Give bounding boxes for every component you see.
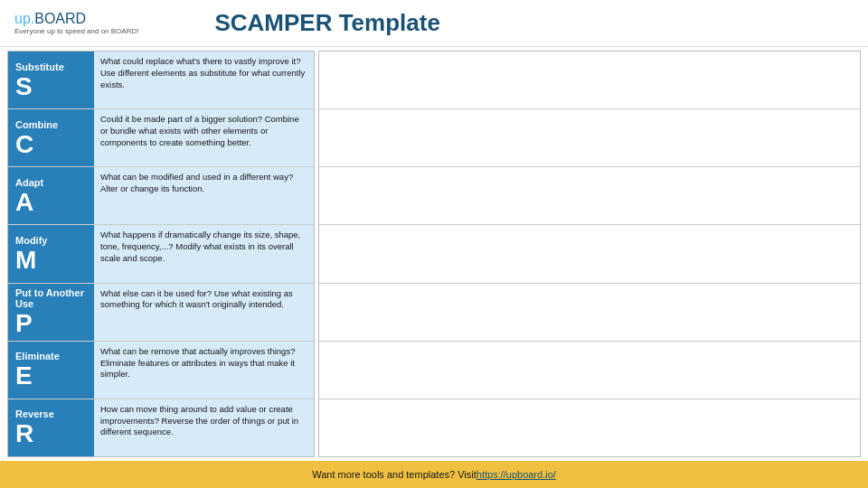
footer: Want more tools and templates? Visit htt… (0, 461, 868, 488)
row-content: What happens if dramatically change its … (94, 225, 314, 282)
row-label-letter: R (15, 421, 87, 446)
row-content: How can move thing around to add value o… (94, 399, 314, 456)
logo-area: up.BOARD Everyone up to speed and on BOA… (14, 11, 138, 35)
header: up.BOARD Everyone up to speed and on BOA… (0, 0, 868, 47)
row-label-name: Modify (15, 235, 87, 246)
logo-up: up. (14, 11, 34, 26)
right-row[interactable] (319, 52, 860, 109)
scamper-table: SubstituteSWhat could replace what's the… (7, 51, 315, 457)
row-label-letter: A (15, 190, 87, 215)
row-label-name: Eliminate (15, 351, 87, 361)
row-content: What can be modified and used in a diffe… (94, 167, 314, 224)
row-label-name: Adapt (15, 177, 87, 188)
row-label: SubstituteS (8, 52, 94, 108)
right-area[interactable] (318, 51, 861, 457)
row-label-name: Reverse (15, 408, 87, 419)
row-label: ReverseR (8, 399, 94, 456)
scamper-row: EliminateEWhat can be remove that actual… (8, 342, 314, 399)
row-label-letter: E (15, 363, 87, 389)
footer-text: Want more tools and templates? Visit (312, 469, 476, 480)
logo: up.BOARD (14, 11, 138, 27)
logo-tagline: Everyone up to speed and on BOARD! (14, 27, 138, 35)
row-label-name: Put to Another Use (15, 287, 87, 309)
row-content: What could replace what's there to vastl… (94, 52, 314, 108)
right-row[interactable] (319, 399, 860, 456)
row-label: CombineC (8, 109, 94, 166)
logo-board: BOARD (34, 11, 86, 26)
scamper-row: Put to Another UsePWhat else can it be u… (8, 284, 314, 342)
scamper-row: ReverseRHow can move thing around to add… (8, 399, 314, 456)
right-row[interactable] (319, 109, 860, 167)
page-title: SCAMPER Template (214, 9, 439, 37)
row-label: AdaptA (8, 167, 94, 224)
right-row[interactable] (319, 167, 860, 225)
row-label-name: Substitute (15, 61, 87, 72)
row-content: What else can it be used for? Use what e… (94, 284, 314, 341)
row-content: What can be remove that actually improve… (94, 342, 314, 399)
row-label-letter: S (15, 74, 87, 99)
row-label: ModifyM (8, 225, 94, 282)
footer-link[interactable]: https://upboard.io/ (476, 469, 556, 480)
right-row[interactable] (319, 225, 860, 283)
scamper-row: ModifyMWhat happens if dramatically chan… (8, 225, 314, 283)
row-label-letter: P (15, 311, 87, 336)
row-label: Put to Another UseP (8, 284, 94, 341)
row-content: Could it be made part of a bigger soluti… (94, 109, 314, 166)
row-label-letter: C (15, 132, 87, 157)
scamper-row: AdaptAWhat can be modified and used in a… (8, 167, 314, 225)
scamper-row: CombineCCould it be made part of a bigge… (8, 109, 314, 167)
main-content: SubstituteSWhat could replace what's the… (0, 47, 868, 461)
row-label-name: Combine (15, 119, 87, 130)
right-row[interactable] (319, 342, 860, 399)
scamper-row: SubstituteSWhat could replace what's the… (8, 52, 314, 109)
row-label: EliminateE (8, 342, 94, 399)
right-row[interactable] (319, 284, 860, 342)
row-label-letter: M (15, 248, 87, 273)
